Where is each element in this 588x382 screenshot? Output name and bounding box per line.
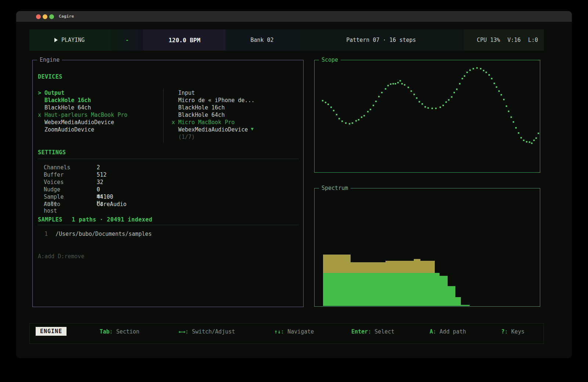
pattern-value: Pattern 07 · 16 steps [346,37,416,43]
output-device-item[interactable]: ZoomAudioDevice [38,126,94,134]
settings-divider [38,159,299,159]
beat-indicator: - [125,37,129,43]
minimize-window-button[interactable] [43,14,47,19]
latency-meter: L:0 [528,37,538,43]
column-divider [163,89,164,143]
sample-path-value: /Users/bubo/Documents/samples [55,231,152,237]
input-device-item[interactable]: WebexMediaAudioDevice ▼ [172,126,254,134]
app-window: Cagire PLAYING - 120.0 BPM Bank 02 Patte… [16,11,572,358]
spectrum-chart [320,190,540,306]
output-device-item[interactable]: BlackHole 16ch [38,97,91,104]
voices-meter: V:16 [508,37,521,43]
meters-segment: CPU 13% V:16 L:0 [464,29,544,51]
output-device-item[interactable]: x Haut-parleurs MacBook Pro [38,112,128,119]
cpu-meter: CPU 13% [477,37,500,43]
sample-path-row[interactable]: 1 /Users/bubo/Documents/samples [33,231,303,238]
transport-status: PLAYING [61,37,85,43]
transport-dash-segment: - [111,29,143,51]
active-device-marker: x [172,119,178,126]
shortcut-select: Enter: Select [351,328,394,335]
output-header: Output [44,90,64,97]
sample-path-index: 1 [44,231,48,237]
input-device-item[interactable]: Micro de « iPhone de... [172,97,255,104]
window-title: Cagire [59,14,74,19]
scope-panel: Scope [314,60,540,173]
up-down-arrows-icon: ↑↓ [274,328,281,335]
bank-value: Bank 02 [250,37,273,43]
mode-badge: ENGINE [36,327,67,336]
samples-hint: A:add D:remove [38,253,84,260]
scope-panel-title: Scope [319,57,341,63]
transport-bar: PLAYING - 120.0 BPM Bank 02 Pattern 07 ·… [29,29,544,51]
shortcut-add-path: A: Add path [430,328,466,335]
input-column-header: Input [172,90,195,97]
settings-heading: SETTINGS [38,149,66,156]
bpm-segment: 120.0 BPM [143,29,226,51]
output-device-item[interactable]: BlackHole 64ch [38,104,91,112]
shortcut-switch: ←→: Switch/Adjust [179,328,235,335]
bank-segment: Bank 02 [226,29,298,51]
transport-status-segment: PLAYING [29,29,111,51]
input-page-indicator: (1/7) [178,134,195,141]
samples-heading: SAMPLES [38,216,62,223]
input-device-item[interactable]: BlackHole 16ch [172,104,225,112]
shortcut-keys: ?: Keys [501,328,524,335]
input-device-item[interactable]: x Micro MacBook Pro [172,119,235,126]
active-device-marker: x [38,112,44,119]
engine-panel: Engine DEVICES > Output BlackHole 16ch B… [32,60,304,307]
output-device-item[interactable]: WebexMediaAudioDevice [38,119,114,126]
samples-divider [38,225,299,225]
output-column-header: > Output [38,90,64,97]
samples-meta: 1 paths · 20491 indexed [72,216,152,223]
zoom-window-button[interactable] [49,14,54,19]
selected-column-marker: > [38,90,44,97]
left-right-arrows-icon: ←→ [179,328,185,335]
spectrum-panel: Spectrum [314,188,540,307]
shortcut-tab: Tab: Section [100,328,139,335]
footer-bar: ENGINE Tab: Section ←→: Switch/Adjust ↑↓… [29,323,544,344]
samples-heading-row: SAMPLES 1 paths · 20491 indexed [38,216,153,223]
titlebar: Cagire [16,11,572,22]
scroll-down-icon: ▼ [251,126,254,134]
input-header: Input [178,90,195,97]
play-icon [54,38,58,42]
pattern-segment: Pattern 07 · 16 steps [298,29,464,51]
input-device-item[interactable]: BlackHole 64ch [172,112,225,119]
bpm-value: 120.0 BPM [169,37,201,44]
input-pager: (1/7) [172,134,195,141]
scope-waveform [321,65,539,170]
close-window-button[interactable] [36,14,41,19]
engine-panel-title: Engine [37,57,62,63]
shortcut-navigate: ↑↓: Navigate [274,328,314,335]
devices-heading: DEVICES [38,73,62,80]
